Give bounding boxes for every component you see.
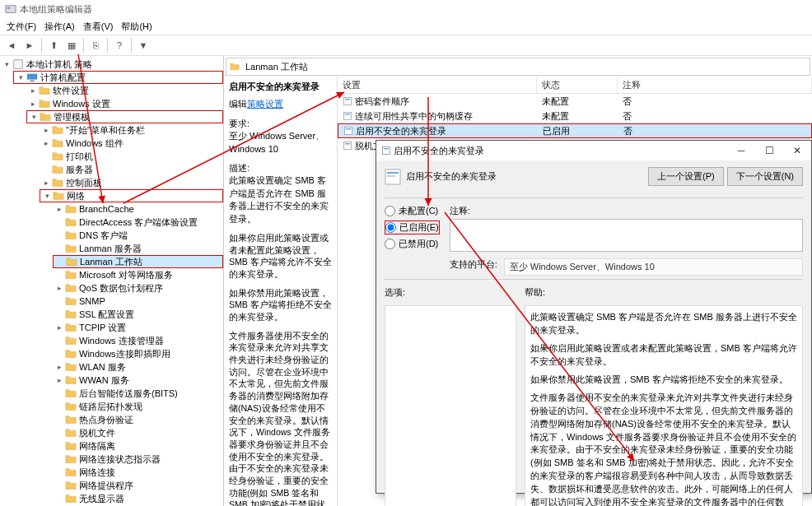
svg-rect-18 bbox=[387, 172, 399, 174]
tree-windows-settings[interactable]: ▸Windows 设置 bbox=[26, 97, 223, 110]
setting-name: 启用不安全的来宾登录 bbox=[406, 170, 497, 183]
close-button[interactable]: ✕ bbox=[783, 141, 811, 160]
up-button[interactable]: ⬆ bbox=[45, 37, 62, 53]
next-setting-button[interactable]: 下一个设置(N) bbox=[727, 167, 803, 186]
list-row[interactable]: 连续可用性共享中的句柄缓存未配置否 bbox=[338, 109, 812, 123]
tree-computer-config[interactable]: ▾计算机配置 bbox=[13, 71, 223, 84]
radio-disabled[interactable]: 已禁用(D) bbox=[385, 238, 440, 250]
col-header-setting[interactable]: 设置 bbox=[338, 77, 537, 93]
tree-wlan[interactable]: ▸WLAN 服务 bbox=[53, 360, 223, 374]
radio-not-configured[interactable]: 未配置(C) bbox=[385, 205, 440, 217]
svg-rect-11 bbox=[345, 128, 352, 135]
tree-hotspot[interactable]: 热点身份验证 bbox=[53, 413, 223, 426]
options-label: 选项: bbox=[385, 286, 516, 299]
tree-netconn[interactable]: 网络连接 bbox=[53, 466, 223, 479]
options-pane bbox=[385, 305, 516, 506]
menu-view[interactable]: 查看(V) bbox=[80, 19, 117, 35]
tree-wci[interactable]: Windows连接即插即用 bbox=[53, 347, 223, 360]
tree-wcm[interactable]: Windows 连接管理器 bbox=[53, 334, 223, 347]
svg-rect-15 bbox=[383, 147, 390, 155]
help-label: 帮助: bbox=[525, 286, 545, 299]
details-panel: 启用不安全的来宾登录 编辑策略设置 要求:至少 Windows Server、W… bbox=[224, 77, 338, 506]
tree-wireless[interactable]: 无线显示器 bbox=[53, 492, 223, 505]
help-button[interactable]: ? bbox=[111, 37, 128, 53]
svg-rect-16 bbox=[384, 148, 389, 150]
edit-policy-link[interactable]: 策略设置 bbox=[247, 99, 283, 109]
forward-button[interactable]: ► bbox=[21, 37, 38, 53]
tree-win-components[interactable]: ▸Windows 组件 bbox=[40, 137, 223, 150]
tree-wwan[interactable]: ▸WWAN 服务 bbox=[53, 374, 223, 387]
menubar: 文件(F) 操作(A) 查看(V) 帮助(H) bbox=[0, 18, 812, 35]
menu-file[interactable]: 文件(F) bbox=[3, 19, 40, 35]
prev-setting-button[interactable]: 上一个设置(P) bbox=[648, 167, 724, 186]
svg-rect-14 bbox=[345, 143, 350, 145]
tree-dns-client[interactable]: DNS 客户端 bbox=[53, 229, 223, 242]
policy-dialog: 启用不安全的来宾登录 ─ ☐ ✕ 启用不安全的来宾登录 上一个设置(P) 下一个… bbox=[376, 140, 812, 494]
col-header-state[interactable]: 状态 bbox=[537, 77, 618, 93]
dialog-titlebar[interactable]: 启用不安全的来宾登录 ─ ☐ ✕ bbox=[376, 141, 811, 160]
tree-control-panel[interactable]: ▸控制面板 bbox=[40, 176, 223, 189]
svg-rect-1 bbox=[7, 7, 11, 9]
svg-rect-10 bbox=[345, 114, 350, 115]
tree-lanman-workstation[interactable]: Lanman 工作站 bbox=[53, 255, 223, 268]
tree-offline[interactable]: 脱机文件 bbox=[53, 426, 223, 439]
comment-textarea[interactable] bbox=[450, 219, 803, 252]
tree-network[interactable]: ▾网络 bbox=[40, 189, 223, 202]
tree-tcpip[interactable]: ▸TCPIP 设置 bbox=[53, 321, 223, 334]
tree-branchcache[interactable]: ▸BranchCache bbox=[53, 202, 223, 216]
tree-nci[interactable]: 网络隔离 bbox=[53, 439, 223, 453]
tree-ssl[interactable]: SSL 配置设置 bbox=[53, 308, 223, 321]
breadcrumb-text: Lanman 工作站 bbox=[245, 61, 308, 73]
setting-icon bbox=[385, 169, 401, 185]
tree-printers[interactable]: 打印机 bbox=[40, 150, 223, 163]
platform-value: 至少 Windows Server、Windows 10 bbox=[504, 258, 803, 276]
tree-bits[interactable]: 后台智能传送服务(BITS) bbox=[53, 387, 223, 400]
tree-snmp[interactable]: SNMP bbox=[53, 295, 223, 308]
filter-button[interactable]: ▼ bbox=[135, 37, 152, 53]
list-row[interactable]: 密码套件顺序未配置否 bbox=[338, 94, 812, 109]
help-pane: 此策略设置确定 SMB 客户端是否允许在 SMB 服务器上进行不安全的来宾登录。… bbox=[525, 305, 803, 506]
tree-start-taskbar[interactable]: ▸"开始"菜单和任务栏 bbox=[40, 123, 223, 137]
svg-rect-2 bbox=[14, 60, 23, 69]
svg-rect-12 bbox=[346, 128, 351, 130]
comment-label: 注释: bbox=[450, 205, 803, 217]
window-title: 本地组策略编辑器 bbox=[20, 3, 92, 16]
tree-software-settings[interactable]: ▸软件设置 bbox=[26, 84, 223, 97]
tree-servers[interactable]: 服务器 bbox=[40, 163, 223, 176]
maximize-button[interactable]: ☐ bbox=[755, 141, 783, 160]
col-header-comment[interactable]: 注释 bbox=[618, 77, 812, 93]
dialog-icon bbox=[381, 146, 391, 156]
list-row[interactable]: 启用不安全的来宾登录已启用否 bbox=[338, 123, 812, 138]
export-button[interactable]: ⎘ bbox=[87, 37, 104, 53]
svg-rect-4 bbox=[30, 81, 34, 82]
folder-icon bbox=[230, 62, 240, 72]
svg-rect-7 bbox=[344, 98, 352, 105]
menu-action[interactable]: 操作(A) bbox=[41, 19, 78, 35]
dialog-title: 启用不安全的来宾登录 bbox=[394, 145, 727, 157]
svg-rect-13 bbox=[344, 142, 352, 150]
platform-label: 支持的平台: bbox=[450, 258, 497, 276]
breadcrumb: Lanman 工作站 bbox=[226, 58, 810, 76]
tree-ncsi[interactable]: 网络连接状态指示器 bbox=[53, 453, 223, 466]
svg-rect-3 bbox=[27, 74, 37, 80]
radio-enabled[interactable]: 已启用(E) bbox=[385, 221, 440, 234]
window-titlebar: 本地组策略编辑器 bbox=[0, 0, 812, 18]
nav-tree[interactable]: ▾本地计算机 策略 ▾计算机配置 ▸软件设置 ▸Windows 设置 ▾管理模板… bbox=[0, 56, 224, 506]
tree-lltd[interactable]: 链路层拓扑发现 bbox=[53, 400, 223, 413]
menu-help[interactable]: 帮助(H) bbox=[118, 19, 155, 35]
details-heading: 启用不安全的来宾登录 bbox=[229, 81, 332, 93]
tree-qos[interactable]: ▸QoS 数据包计划程序 bbox=[53, 281, 223, 295]
minimize-button[interactable]: ─ bbox=[727, 141, 755, 160]
tree-lanman-server[interactable]: Lanman 服务器 bbox=[53, 242, 223, 255]
back-button[interactable]: ◄ bbox=[3, 37, 20, 53]
tree-ms-peer[interactable]: Microsoft 对等网络服务 bbox=[53, 268, 223, 281]
tree-directaccess[interactable]: DirectAccess 客户端体验设置 bbox=[53, 216, 223, 229]
show-hide-button[interactable]: ▦ bbox=[63, 37, 80, 53]
toolbar: ◄ ► ⬆ ▦ ⎘ ? ▼ bbox=[0, 35, 812, 56]
tree-root[interactable]: ▾本地计算机 策略 bbox=[0, 58, 223, 71]
svg-rect-9 bbox=[344, 113, 352, 120]
tree-admin-templates[interactable]: ▾管理模板 bbox=[26, 110, 223, 123]
tree-netprov[interactable]: 网络提供程序 bbox=[53, 479, 223, 492]
svg-rect-8 bbox=[345, 99, 350, 100]
app-icon bbox=[5, 3, 16, 15]
